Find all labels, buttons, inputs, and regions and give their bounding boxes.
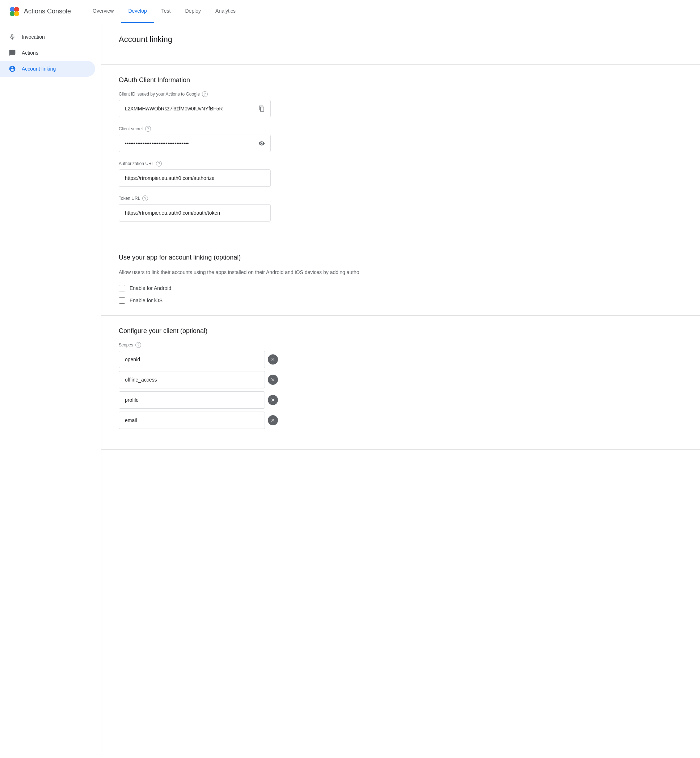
scope-remove-openid[interactable] [268, 355, 278, 364]
client-secret-label: Client secret ? [119, 126, 683, 132]
auth-url-field-group: Authorization URL ? [119, 161, 683, 187]
client-secret-input-wrapper [119, 134, 271, 152]
person-circle-icon [9, 65, 16, 72]
sidebar: Invocation Actions Account linking [0, 23, 102, 758]
enable-android-checkbox-item[interactable]: Enable for Android [119, 285, 683, 291]
enable-android-checkbox[interactable] [119, 285, 125, 291]
tab-test[interactable]: Test [154, 0, 178, 23]
client-id-label: Client ID issued by your Actions to Goog… [119, 91, 683, 97]
client-id-copy-button[interactable] [257, 104, 266, 113]
svg-point-0 [10, 7, 15, 12]
tab-develop[interactable]: Develop [121, 0, 154, 23]
token-url-help-icon[interactable]: ? [142, 195, 148, 201]
scopes-help-icon[interactable]: ? [135, 342, 141, 348]
enable-android-label: Enable for Android [130, 285, 171, 291]
scopes-list [119, 351, 278, 429]
svg-point-2 [10, 11, 15, 16]
app-linking-title: Use your app for account linking (option… [119, 254, 683, 261]
main-content: Account linking OAuth Client Information… [102, 23, 700, 758]
scope-item-email [119, 412, 278, 429]
token-url-input-wrapper [119, 204, 271, 222]
auth-url-label: Authorization URL ? [119, 161, 683, 167]
svg-point-3 [14, 11, 19, 16]
tab-deploy[interactable]: Deploy [178, 0, 208, 23]
scope-item-profile [119, 391, 278, 409]
app-title: Actions Console [24, 8, 71, 15]
sidebar-item-account-linking-label: Account linking [22, 66, 56, 72]
configure-section-title: Configure your client (optional) [119, 327, 683, 335]
client-id-input-wrapper [119, 100, 271, 117]
scope-item-openid [119, 351, 278, 368]
configure-section: Configure your client (optional) Scopes … [102, 316, 700, 450]
enable-ios-checkbox-item[interactable]: Enable for iOS [119, 297, 683, 304]
sidebar-item-actions[interactable]: Actions [0, 45, 95, 61]
svg-point-1 [14, 7, 19, 12]
scope-remove-profile[interactable] [268, 395, 278, 405]
app-linking-section: Use your app for account linking (option… [102, 242, 700, 316]
oauth-section-title: OAuth Client Information [119, 77, 683, 84]
auth-url-help-icon[interactable]: ? [156, 161, 162, 167]
oauth-section: OAuth Client Information Client ID issue… [102, 65, 700, 242]
main-layout: Invocation Actions Account linking Accou… [0, 23, 700, 758]
scope-input-openid[interactable] [119, 351, 265, 368]
client-secret-help-icon[interactable]: ? [145, 126, 151, 132]
token-url-field-group: Token URL ? [119, 195, 683, 222]
auth-url-input-wrapper [119, 169, 271, 187]
auth-url-input[interactable] [119, 169, 271, 187]
scope-item-offline-access [119, 371, 278, 388]
client-secret-input[interactable] [119, 134, 271, 152]
nav-tabs: Overview Develop Test Deploy Analytics [86, 0, 243, 23]
sidebar-item-invocation[interactable]: Invocation [0, 29, 95, 45]
mic-icon [9, 33, 16, 41]
scopes-field-group: Scopes ? [119, 342, 683, 429]
app-linking-description: Allow users to link their accounts using… [119, 269, 372, 276]
chat-icon [9, 49, 16, 56]
client-id-help-icon[interactable]: ? [202, 91, 208, 97]
checkbox-group: Enable for Android Enable for iOS [119, 285, 683, 304]
sidebar-item-account-linking[interactable]: Account linking [0, 61, 95, 77]
scopes-label: Scopes ? [119, 342, 683, 348]
client-id-input[interactable] [119, 100, 271, 117]
client-secret-field-group: Client secret ? [119, 126, 683, 152]
sidebar-item-invocation-label: Invocation [22, 34, 45, 40]
tab-analytics[interactable]: Analytics [208, 0, 243, 23]
page-title-section: Account linking [102, 23, 700, 65]
app-header: Actions Console Overview Develop Test De… [0, 0, 700, 23]
client-id-field-group: Client ID issued by your Actions to Goog… [119, 91, 683, 117]
page-title: Account linking [119, 35, 683, 44]
token-url-label: Token URL ? [119, 195, 683, 201]
enable-ios-label: Enable for iOS [130, 297, 162, 303]
enable-ios-checkbox[interactable] [119, 297, 125, 304]
scope-input-profile[interactable] [119, 391, 265, 409]
scope-input-offline-access[interactable] [119, 371, 265, 388]
sidebar-item-actions-label: Actions [22, 50, 38, 56]
token-url-input[interactable] [119, 204, 271, 222]
scope-remove-email[interactable] [268, 415, 278, 425]
tab-overview[interactable]: Overview [86, 0, 121, 23]
scope-input-email[interactable] [119, 412, 265, 429]
logo-area: Actions Console [9, 6, 71, 17]
scope-remove-offline-access[interactable] [268, 375, 278, 385]
client-secret-visibility-button[interactable] [257, 139, 266, 148]
google-logo [9, 6, 20, 17]
